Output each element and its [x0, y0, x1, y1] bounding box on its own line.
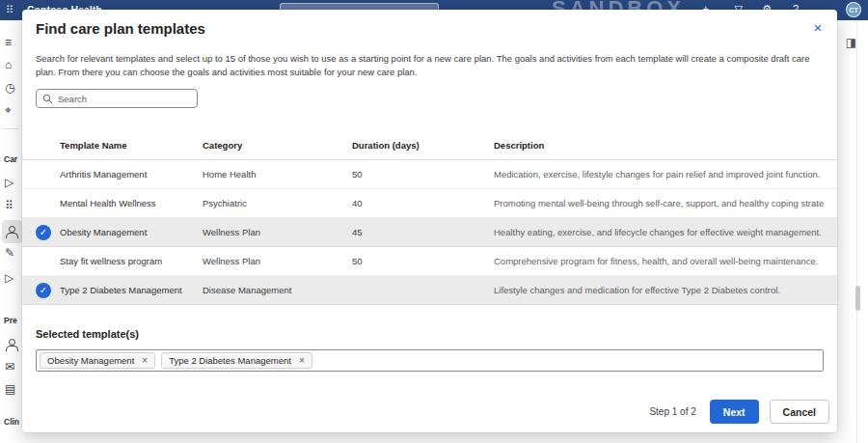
home-icon[interactable]: ⌂: [5, 58, 20, 71]
waffle-icon[interactable]: ⠿: [6, 4, 14, 16]
cell-template-name: Arthritis Management: [60, 169, 203, 180]
recent-icon[interactable]: ◷: [5, 81, 20, 95]
dialog-description: Search for relevant templates and select…: [36, 52, 825, 79]
template-chip: Type 2 Diabetes Management ×: [161, 352, 312, 369]
selected-check-icon: ✓: [36, 225, 51, 240]
template-search-box[interactable]: [36, 89, 198, 108]
cell-description: Lifestyle changes and medication for eff…: [494, 285, 824, 295]
scrollbar-track: [856, 20, 857, 443]
col-category: Category: [203, 140, 352, 151]
cell-category: Psychiatric: [203, 198, 352, 208]
cell-description: Medication, exercise, lifestyle changes …: [494, 169, 824, 180]
cell-template-name: Mental Health Wellness: [60, 198, 203, 208]
remove-chip-icon[interactable]: ×: [299, 355, 305, 366]
cell-description: Promoting mental well-being through self…: [494, 198, 824, 208]
table-row[interactable]: Arthritis Management Home Health 50 Medi…: [22, 160, 837, 189]
play-icon[interactable]: ▷: [5, 176, 20, 189]
rail-group-clin: Clin: [4, 417, 22, 427]
close-icon[interactable]: ×: [808, 17, 827, 37]
menu-icon[interactable]: ≡: [5, 36, 20, 49]
cell-duration: 45: [352, 227, 494, 237]
cancel-button[interactable]: Cancel: [770, 400, 829, 424]
selected-templates-label: Selected template(s): [36, 328, 139, 340]
table-row[interactable]: ✓ Type 2 Diabetes Management Disease Man…: [22, 276, 837, 305]
find-care-plan-templates-dialog: Find care plan templates × Search for re…: [22, 10, 837, 432]
row-select-cell: ✓: [36, 225, 60, 240]
person-icon: [5, 226, 18, 238]
rail-group-care: Car: [4, 154, 22, 164]
template-search-input[interactable]: [58, 94, 191, 104]
edit-doc-icon[interactable]: ✎: [5, 246, 20, 260]
table-header-row: Template Name Category Duration (days) D…: [22, 131, 837, 160]
templates-table: Template Name Category Duration (days) D…: [22, 131, 837, 305]
scrollbar-thumb[interactable]: [855, 286, 860, 311]
left-navigation-rail: ≡ ⌂ ◷ ⌖ Car ▷ ⠿ ✎ ▷ Pre ✉ ▤ Clin: [0, 20, 22, 443]
avatar[interactable]: CT: [846, 2, 861, 17]
chip-label: Obesity Management: [47, 355, 134, 366]
dialog-title: Find care plan templates: [36, 20, 205, 37]
remove-chip-icon[interactable]: ×: [142, 355, 148, 366]
selected-check-icon: ✓: [36, 283, 51, 298]
table-row[interactable]: Mental Health Wellness Psychiatric 40 Pr…: [22, 189, 837, 218]
rail-divider: [4, 128, 18, 129]
doc-play-icon[interactable]: ▷: [5, 271, 20, 285]
col-duration: Duration (days): [352, 140, 494, 151]
cell-description: Healthy eating, exercise, and lifecycle …: [494, 227, 824, 237]
cell-duration: 40: [352, 198, 494, 208]
search-icon: [42, 94, 53, 104]
cell-template-name: Type 2 Diabetes Management: [60, 285, 203, 295]
cell-template-name: Stay fit wellness program: [60, 256, 203, 266]
cell-category: Disease Management: [203, 285, 352, 295]
col-description: Description: [494, 140, 824, 151]
person-icon: [5, 339, 18, 351]
person-icon[interactable]: [5, 225, 18, 242]
table-row[interactable]: ✓ Obesity Management Wellness Plan 45 He…: [22, 218, 837, 247]
dialog-footer: Step 1 of 2 Next Cancel: [649, 400, 829, 424]
cell-category: Wellness Plan: [203, 227, 352, 237]
pin-icon[interactable]: ⌖: [5, 103, 20, 117]
cell-template-name: Obesity Management: [60, 227, 203, 237]
cell-category: Wellness Plan: [203, 256, 352, 266]
person-icon[interactable]: [5, 338, 18, 355]
col-template-name: Template Name: [60, 140, 203, 151]
selected-templates-field[interactable]: Obesity Management × Type 2 Diabetes Man…: [36, 349, 824, 372]
next-button[interactable]: Next: [710, 400, 759, 424]
template-chip: Obesity Management ×: [40, 352, 155, 369]
doc-icon[interactable]: ▤: [5, 382, 20, 396]
cell-duration: 50: [352, 169, 494, 180]
row-select-cell: ✓: [36, 283, 60, 298]
cell-description: Comprehensive program for fitness, healt…: [494, 256, 824, 266]
table-row[interactable]: Stay fit wellness program Wellness Plan …: [22, 247, 837, 276]
grid-icon[interactable]: ⠿: [5, 199, 20, 212]
mail-icon[interactable]: ✉: [5, 360, 20, 374]
cell-category: Home Health: [203, 169, 352, 180]
side-panel-icon[interactable]: ◨: [846, 36, 856, 49]
rail-group-pre: Pre: [4, 316, 22, 325]
chip-label: Type 2 Diabetes Management: [169, 355, 291, 366]
step-indicator: Step 1 of 2: [649, 406, 695, 417]
cell-duration: 50: [352, 256, 494, 266]
right-rail: ◨: [837, 20, 868, 443]
app-screen: ⠿ Contoso Health SANDBOX + ▽ ⚙ ? CT ≡ ⌂ …: [0, 0, 868, 443]
